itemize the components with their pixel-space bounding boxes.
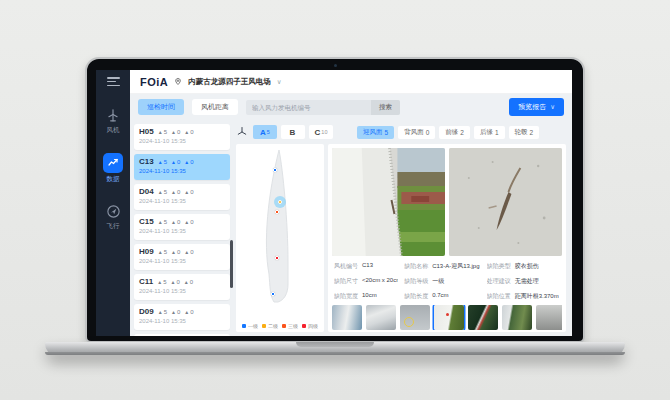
turbine-code: H05: [139, 127, 154, 136]
defect-count-badge: 5: [158, 129, 167, 135]
inspection-date: 2024-11-10 15:35: [139, 318, 225, 324]
sidebar-item-label: 数据: [107, 175, 120, 184]
wind-turbine-icon: [104, 106, 122, 124]
turbine-card[interactable]: H05500 2024-11-10 15:35: [134, 124, 230, 150]
blade-selector-bar: A5 B C10 迎风面5 背风面0 前缘2 后缘1 轮毂2: [236, 124, 566, 140]
turbine-card-selected[interactable]: C13500 2024-11-10 15:35: [134, 154, 230, 180]
defect-count-badge: 0: [184, 189, 193, 195]
legend-item: 二级: [262, 323, 278, 329]
search-input[interactable]: [246, 104, 371, 111]
blade-tab-count: 5: [267, 129, 270, 135]
chip-leeward[interactable]: 背风面0: [398, 126, 435, 139]
tab-inspection-time[interactable]: 巡检时间: [138, 99, 184, 115]
blade-tab-label: A: [260, 128, 266, 137]
content-body: 一级二级三级四级: [236, 144, 566, 332]
defect-count-badge: 0: [184, 309, 193, 315]
app-screen: 风机 数据 飞行 FOiA: [96, 70, 572, 336]
turbine-card[interactable]: D04500 2024-11-10 15:35: [134, 184, 230, 210]
detail-label: 缺陷位置: [487, 292, 511, 301]
photo-thumbnail[interactable]: [400, 305, 430, 330]
blade-tab-b[interactable]: B: [281, 125, 305, 139]
content: A5 B C10 迎风面5 背风面0 前缘2 后缘1 轮毂2: [234, 120, 572, 336]
report-button-label: 预览报告: [518, 102, 546, 112]
thumbnail-strip: [332, 305, 562, 330]
chip-leading-edge[interactable]: 前缘2: [439, 126, 470, 139]
chip-windward[interactable]: 迎风面5: [357, 126, 394, 139]
photo-thumbnail[interactable]: [468, 305, 498, 330]
menu-icon[interactable]: [107, 77, 120, 86]
photo-thumbnail[interactable]: [366, 305, 396, 330]
photo-thumbnail[interactable]: [502, 305, 532, 330]
defect-count-badge: 0: [171, 309, 180, 315]
blade-diagram-panel: 一级二级三级四级: [236, 144, 324, 332]
blade-shape: [236, 144, 324, 308]
legend-item: 三级: [282, 323, 298, 329]
severity-legend: 一级二级三级四级: [236, 319, 324, 332]
chevron-down-icon[interactable]: ∨: [277, 78, 282, 86]
defect-marker[interactable]: [271, 292, 275, 296]
turbine-card[interactable]: D09500 2024-11-10 15:35: [134, 304, 230, 330]
toolbar: 巡检时间 风机距离 搜索 预览报告 ∨: [130, 94, 572, 120]
sidebar-item-turbines[interactable]: 风机: [104, 106, 122, 135]
defect-count-badge: 0: [171, 219, 180, 225]
defect-marker-selected[interactable]: [278, 200, 282, 204]
chip-count: 2: [530, 129, 534, 136]
defect-count-badge: 0: [184, 159, 193, 165]
legend-label: 四级: [308, 323, 318, 329]
chip-label: 背风面: [404, 128, 424, 137]
tab-turbine-distance[interactable]: 风机距离: [192, 99, 238, 115]
legend-label: 三级: [288, 323, 298, 329]
defect-marker[interactable]: [275, 256, 279, 260]
defect-count-badge: 0: [171, 189, 180, 195]
chip-count: 2: [460, 129, 464, 136]
blade-tab-c[interactable]: C10: [309, 125, 333, 139]
turbine-code: C13: [139, 157, 154, 166]
photo-thumbnail[interactable]: [332, 305, 362, 330]
blade-diagram[interactable]: [236, 144, 324, 319]
turbine-card[interactable]: H09500 2024-11-10 15:35: [134, 244, 230, 270]
site-name[interactable]: 内蒙古龙源四子王风电场: [188, 77, 271, 87]
defect-marker[interactable]: [275, 210, 279, 214]
detail-value: 10cm: [362, 292, 377, 301]
defect-count-badge: 0: [184, 279, 193, 285]
turbine-code: C15: [139, 217, 154, 226]
list-scrollbar[interactable]: [230, 240, 233, 288]
detail-value: 一级: [432, 277, 444, 286]
detail-label: 缺陷长度: [404, 292, 428, 301]
turbine-card[interactable]: C15500 2024-11-10 15:35: [134, 214, 230, 240]
laptop-lid-notch: [296, 342, 374, 347]
legend-label: 一级: [248, 323, 258, 329]
turbine-card[interactable]: C05500 2024-11-10 15:35: [134, 334, 230, 336]
defect-photo-closeup[interactable]: [449, 148, 562, 256]
detail-value: 0.7cm: [432, 292, 448, 301]
chip-label: 轮毂: [515, 128, 528, 137]
turbine-card[interactable]: C11500 2024-11-10 15:35: [134, 274, 230, 300]
search-box: 搜索: [246, 100, 400, 115]
chip-count: 0: [426, 129, 430, 136]
legend-label: 二级: [268, 323, 278, 329]
detail-value: <20cm x 20cm: [362, 277, 398, 286]
blade-tab-a[interactable]: A5: [253, 125, 277, 139]
defect-count-badge: 5: [158, 159, 167, 165]
sidebar-item-flight[interactable]: 飞行: [104, 202, 122, 231]
main-area: FOiA 内蒙古龙源四子王风电场 ∨ 巡检时间 风机距离 搜索 预览报告 ∨: [130, 70, 572, 336]
defect-marker[interactable]: [273, 168, 277, 172]
chip-hub[interactable]: 轮毂2: [509, 126, 540, 139]
detail-label: 处理建议: [487, 277, 511, 286]
search-button[interactable]: 搜索: [371, 100, 400, 115]
detail-value: C13: [362, 262, 373, 271]
turbine-rotor-icon: [236, 126, 248, 138]
photo-thumbnail-selected[interactable]: [434, 305, 464, 330]
report-button[interactable]: 预览报告 ∨: [509, 98, 564, 116]
chip-trailing-edge[interactable]: 后缘1: [474, 126, 505, 139]
defect-detail-panel: 风机编号C13 缺陷名称C13-A-迎风13.jpg 缺陷类型胶衣损伤 缺陷尺寸…: [328, 144, 566, 332]
laptop-base: [45, 342, 625, 355]
blade-tab-count: 10: [321, 129, 327, 135]
photo-thumbnail[interactable]: [536, 305, 562, 330]
sidebar-item-data[interactable]: 数据: [103, 153, 123, 184]
defect-photo-context[interactable]: [332, 148, 445, 256]
detail-value: 胶衣损伤: [515, 262, 539, 271]
legend-dot-icon: [282, 324, 286, 328]
chip-label: 迎风面: [363, 128, 383, 137]
legend-dot-icon: [302, 324, 306, 328]
